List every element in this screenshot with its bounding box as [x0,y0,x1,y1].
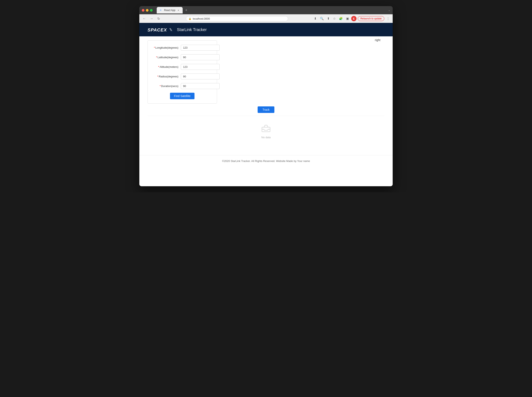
lock-icon: 🔒 [188,17,191,20]
right-label: right [375,38,380,42]
radius-input[interactable] [181,74,220,80]
longitude-row: *Longitude(degrees) [152,45,213,51]
latitude-input[interactable] [181,54,220,60]
spacex-logo: SPACEX [148,26,172,33]
search-icon[interactable]: 🔍 [319,16,325,21]
address-bar[interactable]: 🔒 localhost:3000 [186,16,288,21]
altitude-required-marker: * [158,65,159,68]
forward-button[interactable]: → [149,16,154,21]
altitude-input[interactable] [181,64,220,70]
split-view-icon[interactable]: ▣ [345,16,350,21]
traffic-lights [142,9,153,12]
footer-text: ©2020 StarLink Tracker. All Rights Reser… [222,160,310,162]
back-button[interactable]: ← [141,16,147,21]
latitude-row: *Latitude(degrees) [152,54,213,60]
radius-row: *Radius(degrees) [152,74,213,80]
tab-label: React App [164,9,175,12]
altitude-label: *Altitude(meters) [152,65,178,68]
inbox-icon [261,124,271,134]
duration-row: *Duration(secs) [152,83,213,89]
latitude-label: *Latitude(degrees) [152,56,178,59]
track-button[interactable]: Track [258,106,274,113]
active-tab[interactable]: ⚛ React App ✕ [157,7,183,13]
extensions-icon[interactable]: 🧩 [338,16,344,21]
no-data-text: No data [261,136,271,139]
site-title: StarLink Tracker [177,27,207,32]
tab-favicon-icon: ⚛ [160,9,163,12]
altitude-row: *Altitude(meters) [152,64,213,70]
minimize-window-button[interactable] [146,9,149,12]
radius-label: *Radius(degrees) [152,75,178,78]
menu-icon[interactable]: ⋮ [386,16,391,21]
form-card: *Longitude(degrees) *Latitude(degrees) *… [148,40,217,104]
svg-text:SPACEX: SPACEX [148,27,167,32]
site-footer: ©2020 StarLink Tracker. All Rights Reser… [139,155,393,167]
maximize-window-button[interactable] [150,9,153,12]
spacex-logo-svg: SPACEX [148,26,172,33]
site-header: SPACEX StarLink Tracker [139,23,393,36]
radius-required-marker: * [157,75,158,78]
divider [148,116,384,116]
find-satellite-button[interactable]: Find Satellite [170,93,195,99]
bookmark-icon[interactable]: ☆ [332,16,337,21]
page-content: SPACEX StarLink Tracker right *Longitude… [139,23,393,186]
duration-label: *Duration(secs) [152,85,178,88]
reload-button[interactable]: ↻ [156,16,161,21]
longitude-input[interactable] [181,45,220,51]
browser-window: ⚛ React App ✕ + ⌄ ← → ↻ 🔒 localhost:3000… [139,6,393,186]
tab-chevron-icon: ⌄ [388,9,390,12]
profile-button[interactable]: E [351,16,357,21]
duration-input[interactable] [181,83,220,89]
new-tab-button[interactable]: + [184,8,188,12]
relaunch-button[interactable]: Relaunch to update [358,16,384,21]
tab-close-button[interactable]: ✕ [177,9,180,12]
url-text: localhost:3000 [193,17,210,20]
browser-titlebar: ⚛ React App ✕ + ⌄ [139,6,393,14]
latitude-required-marker: * [156,56,157,59]
longitude-required-marker: * [154,46,155,49]
browser-toolbar: ← → ↻ 🔒 localhost:3000 ⬇ 🔍 ⬆ ☆ 🧩 ▣ E Rel… [139,14,393,23]
duration-required-marker: * [160,85,161,88]
longitude-label: *Longitude(degrees) [152,46,178,49]
toolbar-right: ⬇ 🔍 ⬆ ☆ 🧩 ▣ E Relaunch to update ⋮ [313,16,391,21]
no-data-section: No data [148,124,384,139]
close-window-button[interactable] [142,9,144,12]
download-icon[interactable]: ⬇ [313,16,318,21]
main-content: right *Longitude(degrees) *Latitude(degr… [139,36,393,143]
share-icon[interactable]: ⬆ [326,16,331,21]
tab-bar: ⚛ React App ✕ + ⌄ [157,7,390,13]
